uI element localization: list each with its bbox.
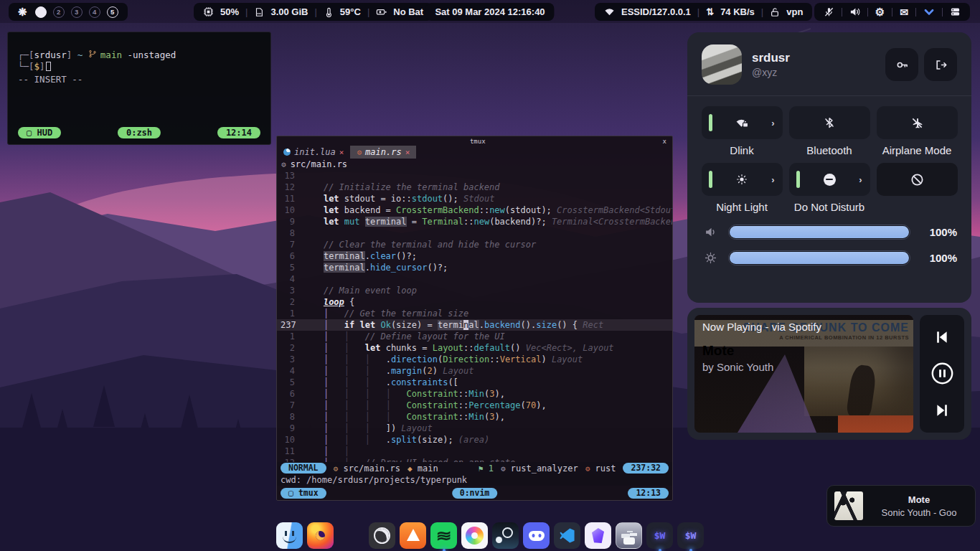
volume-slider[interactable] (728, 225, 910, 240)
dock-vscode-icon[interactable] (554, 522, 580, 549)
previous-track-button[interactable] (934, 329, 950, 345)
session-pill: ▢ HUD (18, 127, 61, 138)
workspace-2[interactable]: 2 (53, 6, 65, 18)
track-title: Mote (702, 343, 821, 359)
code-line: 3 │ │ │ .direction(Direction::Vertical) … (277, 354, 672, 365)
tab-init-lua[interactable]: init.lua × (277, 146, 350, 159)
divider (687, 95, 971, 96)
code-line-current: 237 │ if let Ok(size) = terminal.backend… (277, 319, 672, 331)
prompt-line-1: ┌─[srdusr] ~ main -unstaged (18, 50, 260, 61)
toggle-airplane-mode[interactable] (877, 106, 958, 139)
next-track-button[interactable] (934, 402, 950, 418)
workspace-4[interactable]: 4 (89, 6, 100, 18)
dock-sw2-icon[interactable] (677, 522, 704, 549)
brightness-slider-row: 100% (702, 250, 957, 265)
dock-trash-icon[interactable] (616, 522, 642, 549)
tmux-status-bar: ▢ tmux 0:nvim 12:13 (277, 486, 672, 500)
dock-obs-icon[interactable] (369, 522, 395, 549)
dock-firefox-icon[interactable] (307, 522, 334, 549)
workspace-indicators: 12345 (35, 6, 118, 18)
cwd-line: cwd: /home/srdusr/projects/typerpunk (277, 474, 672, 486)
tab-main-rs[interactable]: ⚙ main.rs × (350, 146, 416, 159)
night-light-icon (736, 174, 748, 185)
code-line: 8 (277, 227, 672, 239)
microphone-muted-icon[interactable] (824, 6, 834, 17)
git-branch-icon (88, 50, 97, 58)
datetime: Sat 09 Mar 2024 12:16:40 (435, 6, 545, 17)
toggle-dlink[interactable]: › (702, 106, 783, 139)
chevron-down-icon[interactable] (923, 6, 935, 18)
network-status[interactable]: ESSID/127.0.0.1 | ⇅ 74 KB/s | vpn (595, 3, 812, 21)
toggle-label: Night Light (716, 201, 768, 214)
code-line: 3 // Main event loop (277, 285, 672, 296)
code-line: 1 │ │ // Define layout for the UI (277, 331, 672, 342)
chevron-right-icon[interactable]: › (771, 174, 774, 185)
user-handle: @xyz (752, 67, 790, 78)
dock-stack-icon[interactable] (950, 6, 961, 17)
clock[interactable]: Sat 09 Mar 2024 12:16:40 (425, 3, 554, 21)
active-indicator (709, 171, 712, 188)
editor-window-tmux[interactable]: tmux x init.lua × ⚙ main.rs × ⚙ src/main… (276, 136, 673, 501)
code-line: 6 terminal.clear()?; (277, 250, 672, 262)
code-line: 7 │ │ │ │ Constraint::Percentage(70), (277, 400, 672, 411)
speaker-icon[interactable] (849, 6, 860, 17)
lua-icon (283, 149, 291, 156)
window-title: tmux (298, 138, 657, 145)
wifi-icon (604, 6, 615, 17)
time-pill: 12:14 (217, 127, 260, 138)
chevron-right-icon[interactable]: › (771, 118, 774, 128)
dock-photos-icon[interactable] (461, 522, 488, 549)
airplane-off-icon (911, 117, 923, 129)
nvim-statusline: NORMAL ⚙ src/main.rs ◆ main ⚑ 1 ⚙ rust_a… (277, 462, 672, 474)
dock-qbittorrent-icon[interactable] (338, 522, 364, 549)
rust-icon: ⚙ (357, 148, 362, 157)
bluetooth-off-icon (824, 117, 835, 128)
system-tray: ⚙✉ (814, 3, 970, 21)
pause-button[interactable] (931, 362, 953, 385)
user-card: srdusr @xyz (702, 44, 957, 85)
terminal-cursor (46, 62, 51, 71)
code-line: 12 │ │ // Draw UI based on app state (277, 457, 672, 462)
workspace-5[interactable]: 5 (107, 6, 118, 18)
brightness-icon (702, 252, 719, 264)
workspace-3[interactable]: 3 (71, 6, 83, 18)
tab-close-icon[interactable]: × (339, 148, 344, 157)
distro-logo-icon[interactable]: ❋ (18, 6, 27, 17)
dock-vlc-icon[interactable] (400, 522, 426, 549)
toggle-bluetooth[interactable] (789, 106, 870, 139)
tab-close-icon[interactable]: × (405, 148, 410, 157)
window-pill: 0:zsh (118, 127, 161, 138)
brightness-slider[interactable] (728, 250, 910, 265)
window-close-button[interactable]: x (657, 138, 672, 145)
toggle-night-light[interactable]: › (702, 163, 783, 196)
settings-gear-icon[interactable]: ⚙ (875, 6, 885, 19)
logout-button[interactable] (924, 48, 957, 81)
notification-toast[interactable]: Mote Sonic Youth - Goo (826, 485, 976, 527)
dnd-minus-icon (824, 174, 836, 186)
code-editor[interactable]: 1312 // Initialize the terminal backend1… (277, 170, 672, 462)
mail-icon[interactable]: ✉ (900, 6, 908, 18)
volume-icon (702, 226, 719, 238)
workspace-1[interactable]: 1 (35, 6, 47, 18)
code-line: 9 let mut terminal = Terminal::new(backe… (277, 216, 672, 227)
terminal-window-zsh[interactable]: ┌─[srdusr] ~ main -unstaged └─[$] -- INS… (7, 32, 271, 145)
notification-album-thumb (834, 491, 863, 520)
dock-obsidian-icon[interactable] (585, 522, 611, 549)
battery-missing-icon (376, 6, 387, 17)
dock-sw1-icon[interactable] (646, 522, 673, 549)
mode-pill: NORMAL (281, 463, 326, 474)
keyring-button[interactable] (885, 48, 918, 81)
chevron-right-icon[interactable]: › (859, 174, 862, 185)
dock-discord-icon[interactable] (523, 522, 550, 549)
toggle-blocked[interactable] (877, 163, 958, 196)
statusline-filetype: ⚙ rust (585, 463, 616, 474)
temperature-icon (324, 7, 334, 17)
control-center: srdusr @xyz ›DlinkBluetoothAirplane Mode… (687, 32, 971, 303)
active-indicator (796, 171, 800, 188)
dock-files-icon[interactable] (276, 522, 303, 549)
dock-steam-icon[interactable] (492, 522, 519, 549)
code-line: 4 │ │ │ .margin(2) Layout (277, 365, 672, 377)
vi-mode-indicator: -- INSERT -- (18, 74, 260, 85)
toggle-do-not-disturb[interactable]: › (789, 163, 870, 196)
dock-spotify-icon[interactable] (430, 522, 457, 549)
